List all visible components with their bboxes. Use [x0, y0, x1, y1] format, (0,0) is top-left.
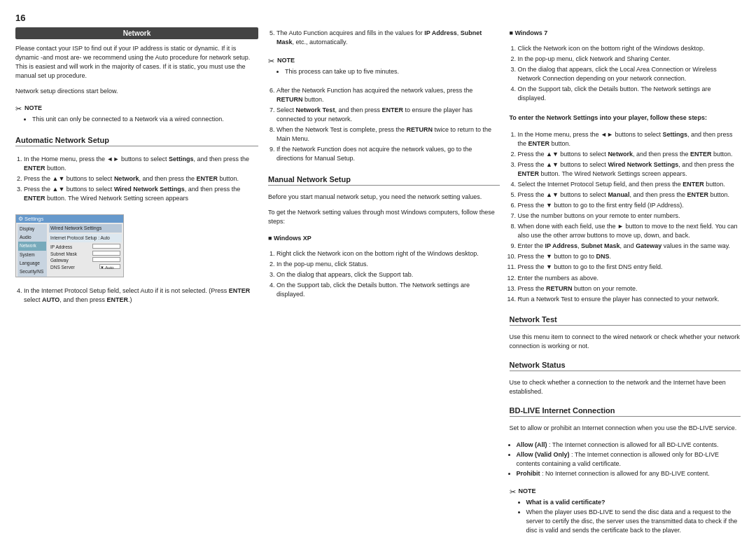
manual-intro2: To get the Network setting values throug… — [268, 208, 499, 226]
network-status-title: Network Status — [510, 361, 741, 371]
page-container: 16 Network Please contact your ISP to fi… — [15, 13, 741, 520]
note-list-2: This process can take up to five minutes… — [268, 67, 499, 76]
win7-step-2: In the pop-up menu, click Network and Sh… — [518, 55, 741, 64]
ss-gateway-input — [92, 257, 120, 262]
ss-ip-label: IP Address — [50, 244, 72, 251]
note-label-2: NOTE — [277, 57, 295, 64]
bd-live-desc: Set to allow or prohibit an Internet con… — [510, 424, 741, 433]
ss-sidebar-system: System — [18, 251, 46, 259]
ss-subnet-label: Subnet Mask — [50, 251, 77, 258]
page-number: 16 — [15, 13, 741, 23]
ss-ip-row: IP Address — [49, 244, 122, 251]
bd-live-item-3: Prohibit : No Internet connection is all… — [517, 469, 741, 478]
note-list-bdlive: What is a valid certificate? When the pl… — [510, 498, 741, 533]
ss-sidebar: Display Audio Network System Language Se… — [18, 224, 47, 277]
auto-step-2: Press the ▲▼ buttons to select Network, … — [24, 174, 258, 184]
enter-step-4: Select the Internet Protocol Setup field… — [518, 180, 741, 189]
network-header: Network — [15, 27, 258, 39]
windows-xp-label: Windows XP — [274, 235, 312, 242]
auto-step-5: The Auto Function acquires and fills in … — [276, 29, 499, 47]
left-column: Network Please contact your ISP to find … — [15, 27, 258, 533]
note-label-1: NOTE — [24, 104, 42, 111]
enter-step-10: Press the ▼ button to go to DNS. — [518, 252, 741, 261]
note-item-1: This unit can only be connected to a Net… — [32, 115, 258, 124]
ss-sidebar-security: Security/NS — [18, 268, 46, 276]
winxp-step-1: Right click the Network icon on the bott… — [276, 249, 499, 258]
auto-steps-list: In the Home menu, press the ◄► buttons t… — [15, 155, 258, 205]
scissors-icon-2: ✂ — [268, 57, 274, 66]
note-box-wired: ✂ NOTE This unit can only be connected t… — [15, 104, 258, 125]
bd-live-title: BD-LIVE Internet Connection — [510, 406, 741, 417]
winxp-step-2: In the pop-up menu, click Status. — [276, 260, 499, 269]
windows7-label: Windows 7 — [514, 29, 547, 36]
enter-step-8: When done with each field, use the ► but… — [518, 222, 741, 240]
mid-column: The Auto Function acquires and fills in … — [268, 27, 499, 533]
bd-live-list: Allow (All) : The Internet connection is… — [510, 441, 741, 479]
auto-step-6: After the Network Function has acquired … — [276, 86, 499, 104]
enter-network-bold: To enter the Network Settings into your … — [510, 113, 741, 123]
win7-step-4: On the Support tab, click the Details bu… — [518, 85, 741, 103]
setup-note: Network setup directions start below. — [15, 87, 258, 96]
win7-step-3: On the dialog that appears, click the Lo… — [518, 65, 741, 83]
auto-step-4: In the Internet Protocol Setup field, se… — [24, 286, 258, 305]
manual-intro: Before you start manual network setup, y… — [268, 193, 499, 202]
ss-sidebar-language: Language — [18, 259, 46, 268]
screenshot-box: ⚙ Settings Display Audio Network System … — [15, 214, 124, 277]
ss-dns-row: DNS Server ▼ Auto — [49, 264, 122, 271]
enter-step-6: Press the ▼ button to go to the first en… — [518, 201, 741, 210]
windows-xp-steps: Right click the Network icon on the bott… — [268, 249, 499, 300]
ss-sidebar-network: Network — [18, 242, 46, 250]
note-list-1: This unit can only be connected to a Net… — [15, 115, 258, 124]
auto-step-9: If the Network Function does not acquire… — [276, 145, 499, 163]
ss-content: Wired Network Settings Internet Protocol… — [49, 224, 122, 277]
auto-network-title: Automatic Network Setup — [15, 136, 258, 146]
network-status-desc: Use to check whether a connection to the… — [510, 378, 741, 396]
enter-step-1: In the Home menu, press the ◄► buttons t… — [518, 130, 741, 148]
enter-step-11: Press the ▼ button to go to the first DN… — [518, 263, 741, 272]
note-row: ✂ NOTE — [15, 104, 258, 113]
windows7-steps: Click the Network icon on the bottom rig… — [510, 44, 741, 104]
ss-gateway-label: Gateway — [50, 257, 69, 264]
enter-step-9: Enter the IP Address, Subnet Mask, and G… — [518, 242, 741, 251]
winxp-step-3: On the dialog that appears, click the Su… — [276, 270, 499, 279]
ss-dns-label: DNS Server — [50, 264, 75, 271]
auto-step-7: Select Network Test, and then press ENTE… — [276, 106, 499, 124]
ss-subnet-input — [92, 251, 120, 256]
windows-xp-header: ■ Windows XP — [268, 235, 499, 242]
enter-step-7: Use the number buttons on your remote to… — [518, 212, 741, 221]
right-column: ■ Windows 7 Click the Network icon on th… — [510, 27, 741, 533]
winxp-step-4: On the Support tab, click the Details bu… — [276, 281, 499, 299]
bd-live-item-2: Allow (Valid Only) : The Internet connec… — [517, 450, 741, 469]
ss-subnet-row: Subnet Mask — [49, 251, 122, 258]
ss-protocol: Internet Protocol Setup : Auto — [49, 234, 122, 242]
intro-text: Please contact your ISP to find out if y… — [15, 44, 258, 81]
note-row-3: ✂ NOTE — [510, 487, 741, 497]
note-bdlive-1: When the player uses BD-LIVE to send the… — [526, 508, 741, 533]
enter-step-14: Run a Network Test to ensure the player … — [518, 295, 741, 304]
note-label-3: NOTE — [519, 487, 536, 494]
auto-steps-cont: The Auto Function acquires and fills in … — [268, 29, 499, 48]
ss-content-title: Wired Network Settings — [49, 224, 122, 233]
auto-steps-cont2: After the Network Function has acquired … — [268, 86, 499, 165]
scissors-icon-3: ✂ — [510, 487, 516, 497]
ss-sidebar-general: General — [18, 277, 46, 277]
enter-step-12: Enter the numbers as above. — [518, 274, 741, 283]
note-box-process: ✂ NOTE This process can take up to five … — [268, 57, 499, 78]
manual-network-title: Manual Network Setup — [268, 175, 499, 186]
main-columns: Network Please contact your ISP to find … — [15, 27, 741, 533]
scissors-icon: ✂ — [15, 104, 22, 113]
ss-title: ⚙ Settings — [16, 215, 123, 223]
note-row-2: ✂ NOTE — [268, 57, 499, 66]
enter-step-13: Press the RETURN button on your remote. — [518, 284, 741, 293]
windows7-header: ■ Windows 7 — [510, 29, 741, 36]
enter-step-3: Press the ▲▼ buttons to select Wired Net… — [518, 160, 741, 179]
ss-gateway-row: Gateway — [49, 257, 122, 264]
network-test-title: Network Test — [510, 315, 741, 326]
ss-inner: Display Audio Network System Language Se… — [16, 223, 123, 277]
bd-live-item-1: Allow (All) : The Internet connection is… — [517, 441, 741, 450]
note-sub-bdlive: What is a valid certificate? — [526, 498, 741, 507]
note-box-bdlive: ✂ NOTE What is a valid certificate? When… — [510, 487, 741, 533]
enter-step-2: Press the ▲▼ buttons to select Network, … — [518, 150, 741, 159]
note-item-2: This process can take up to five minutes… — [285, 67, 499, 76]
network-test-desc: Use this menu item to connect to the wir… — [510, 333, 741, 351]
